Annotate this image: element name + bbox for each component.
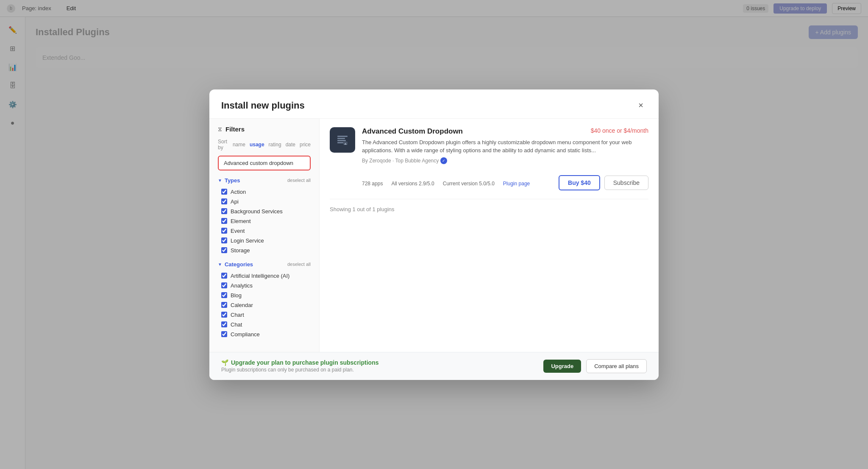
all-versions: All versions 2.9/5.0 [391, 181, 434, 187]
plugin-page-link[interactable]: Plugin page [503, 181, 530, 187]
upgrade-bar-subtitle: Plugin subscriptions can only be purchas… [221, 367, 538, 373]
sort-bar: Sort by name usage rating date price [218, 139, 311, 151]
filter-header: ⧖ Filters [218, 126, 311, 133]
plugin-author: By Zeroqode · Top Bubble Agency ✓ [362, 157, 648, 164]
filter-title: Filters [225, 126, 245, 133]
sort-name[interactable]: name [233, 142, 245, 148]
cat-analytics-checkbox[interactable] [221, 282, 227, 288]
filter-type-action[interactable]: Action [218, 187, 311, 197]
sort-price[interactable]: price [300, 142, 311, 148]
plugin-result-advanced-dropdown: Advanced Custom Dropdown $40 once or $4/… [330, 127, 648, 199]
search-input[interactable] [218, 156, 311, 170]
filter-type-api[interactable]: Api [218, 197, 311, 207]
plugin-name: Advanced Custom Dropdown [362, 127, 463, 138]
plugin-actions: Buy $40 Subscribe [559, 170, 648, 190]
filter-type-event[interactable]: Event [218, 226, 311, 236]
type-storage-checkbox[interactable] [221, 247, 227, 253]
plugin-info-top: Advanced Custom Dropdown $40 once or $4/… [362, 127, 648, 138]
buy-button[interactable]: Buy $40 [559, 175, 600, 190]
filter-cat-chart[interactable]: Chart [218, 310, 311, 320]
svg-rect-3 [337, 140, 346, 141]
categories-filter-section: ▼ Categories deselect all Artificial Int… [218, 261, 311, 339]
types-section-title[interactable]: ▼ Types [218, 177, 240, 184]
verified-badge-icon: ✓ [440, 157, 447, 164]
types-chevron-icon: ▼ [218, 178, 222, 183]
plugin-info: Advanced Custom Dropdown $40 once or $4/… [362, 127, 648, 190]
upgrade-icon: 🌱 [221, 359, 228, 366]
categories-section-title[interactable]: ▼ Categories [218, 261, 253, 268]
subscribe-button[interactable]: Subscribe [604, 176, 648, 190]
cat-ai-checkbox[interactable] [221, 273, 227, 279]
sort-rating[interactable]: rating [269, 142, 281, 148]
filter-type-background-services[interactable]: Background Services [218, 207, 311, 216]
upgrade-bar-text: 🌱 Upgrade your plan to purchase plugin s… [221, 359, 538, 373]
modal-body: ⧖ Filters Sort by name usage rating date… [209, 119, 659, 352]
type-background-services-checkbox[interactable] [221, 208, 227, 214]
cat-calendar-checkbox[interactable] [221, 302, 227, 308]
upgrade-bar-button[interactable]: Upgrade [543, 360, 581, 373]
plugin-price: $40 once or $4/month [591, 127, 648, 134]
install-plugins-modal: Install new plugins × ⧖ Filters Sort by … [209, 89, 659, 380]
categories-section-header: ▼ Categories deselect all [218, 261, 311, 268]
cat-chat-checkbox[interactable] [221, 321, 227, 327]
filter-cat-compliance[interactable]: Compliance [218, 329, 311, 339]
types-deselect-all[interactable]: deselect all [287, 178, 311, 183]
modal-header: Install new plugins × [209, 89, 659, 119]
plugin-icon [330, 127, 355, 153]
current-version: Current version 5.0/5.0 [443, 181, 495, 187]
filter-panel: ⧖ Filters Sort by name usage rating date… [209, 119, 320, 352]
filter-cat-calendar[interactable]: Calendar [218, 300, 311, 310]
plugin-meta: 728 apps All versions 2.9/5.0 Current ve… [362, 176, 530, 187]
filter-type-storage[interactable]: Storage [218, 246, 311, 255]
svg-rect-4 [337, 142, 343, 143]
modal-overlay: Install new plugins × ⧖ Filters Sort by … [0, 0, 868, 469]
plugin-description: The Advanced Custom Dropdown plugin offe… [362, 138, 648, 155]
type-action-checkbox[interactable] [221, 189, 227, 195]
modal-title: Install new plugins [221, 100, 305, 111]
filter-cat-ai[interactable]: Artificial Intelligence (AI) [218, 271, 311, 281]
types-section-header: ▼ Types deselect all [218, 177, 311, 184]
filter-icon: ⧖ [218, 126, 222, 133]
type-event-checkbox[interactable] [221, 228, 227, 234]
types-filter-section: ▼ Types deselect all Action Api [218, 177, 311, 255]
sort-date[interactable]: date [286, 142, 295, 148]
svg-rect-1 [337, 136, 348, 137]
upgrade-bar-title: 🌱 Upgrade your plan to purchase plugin s… [221, 359, 538, 366]
filter-type-element[interactable]: Element [218, 216, 311, 226]
type-login-service-checkbox[interactable] [221, 237, 227, 243]
modal-close-button[interactable]: × [635, 100, 647, 112]
upgrade-bar: 🌱 Upgrade your plan to purchase plugin s… [209, 352, 659, 380]
filter-cat-blog[interactable]: Blog [218, 290, 311, 300]
cat-compliance-checkbox[interactable] [221, 331, 227, 337]
filter-cat-analytics[interactable]: Analytics [218, 281, 311, 290]
results-count: Showing 1 out of 1 plugins [330, 206, 648, 212]
categories-chevron-icon: ▼ [218, 262, 222, 267]
sort-by-label: Sort by [218, 139, 228, 151]
type-element-checkbox[interactable] [221, 218, 227, 224]
cat-blog-checkbox[interactable] [221, 292, 227, 298]
content-panel: Advanced Custom Dropdown $40 once or $4/… [320, 119, 659, 352]
cat-chart-checkbox[interactable] [221, 312, 227, 318]
svg-rect-2 [337, 138, 345, 139]
sort-usage[interactable]: usage [250, 142, 264, 148]
apps-count: 728 apps [362, 181, 383, 187]
categories-deselect-all[interactable]: deselect all [287, 262, 311, 267]
compare-plans-button[interactable]: Compare all plans [586, 359, 647, 373]
filter-cat-chat[interactable]: Chat [218, 320, 311, 329]
type-api-checkbox[interactable] [221, 198, 227, 204]
filter-type-login-service[interactable]: Login Service [218, 236, 311, 246]
